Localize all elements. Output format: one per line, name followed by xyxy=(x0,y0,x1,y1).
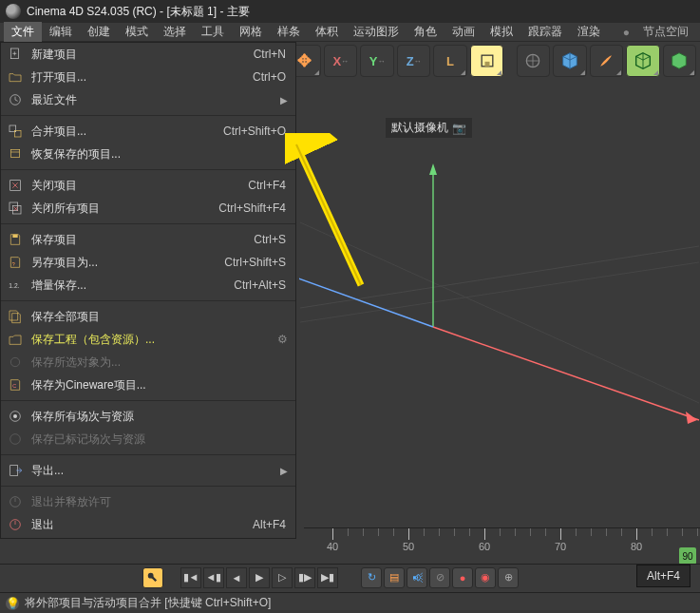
menu-item-label: 保存为Cineware项目... xyxy=(31,377,290,393)
menu-item-label: 保存工程（包含资源）... xyxy=(31,332,270,348)
svg-line-3 xyxy=(300,246,699,308)
file-menu-item-22[interactable]: 导出...▶ xyxy=(1,459,295,482)
file-menu-item-4[interactable]: 合并项目...Ctrl+Shift+O xyxy=(1,120,295,143)
file-menu-item-5[interactable]: 恢复保存的项目... xyxy=(1,143,295,165)
step-forward-button[interactable]: ▷ xyxy=(272,567,293,588)
autokey-toggle-button[interactable]: ◉ xyxy=(475,567,496,588)
record-button[interactable]: ● xyxy=(452,567,473,588)
file-menu-item-24[interactable]: 退出并释放许可 xyxy=(1,490,295,513)
svg-marker-7 xyxy=(429,163,437,175)
file-menu-item-0[interactable]: 新建项目Ctrl+N xyxy=(1,43,295,66)
svg-rect-17 xyxy=(10,149,19,157)
file-menu-item-2[interactable]: 最近文件▶ xyxy=(1,88,295,111)
doc-plus-icon xyxy=(7,46,24,63)
key-autokey-button[interactable] xyxy=(142,567,163,588)
axis-l-button[interactable]: L xyxy=(433,45,466,77)
file-menu-item-1[interactable]: 打开项目...Ctrl+O xyxy=(1,66,295,88)
go-prevkey-button[interactable]: ◄▮ xyxy=(203,567,224,588)
menu-item-0[interactable]: 文件 xyxy=(4,22,42,42)
object-tool-button[interactable] xyxy=(626,45,659,77)
menu-item-10[interactable]: 角色 xyxy=(407,22,445,42)
disable-button[interactable]: ⊘ xyxy=(429,567,450,588)
quit-icon xyxy=(7,516,24,533)
menu-shortcut: Ctrl+Shift+S xyxy=(224,256,290,269)
menu-item-7[interactable]: 样条 xyxy=(270,22,308,42)
menu-item-label: 恢复保存的项目... xyxy=(31,146,290,163)
menu-shortcut: Ctrl+S xyxy=(254,233,290,246)
svg-text:C: C xyxy=(12,383,16,389)
file-menu-item-8[interactable]: 关闭所有项目Ctrl+Shift+F4 xyxy=(1,197,295,220)
menu-item-5[interactable]: 工具 xyxy=(194,22,232,42)
axis-y-button[interactable]: Y↔ xyxy=(360,45,393,77)
save-inc-icon: 1.2. xyxy=(7,277,24,294)
menu-item-label: 退出 xyxy=(31,517,245,533)
menu-separator xyxy=(1,300,295,301)
menu-item-6[interactable]: 网格 xyxy=(232,22,270,42)
svg-line-4 xyxy=(300,262,699,322)
file-menu-item-10[interactable]: 保存项目Ctrl+S xyxy=(1,228,295,251)
menu-shortcut: Ctrl+Shift+F4 xyxy=(218,201,290,215)
menu-item-12[interactable]: 模拟 xyxy=(482,22,520,42)
play-button[interactable]: ▶ xyxy=(249,567,270,588)
menu-item-9[interactable]: 运动图形 xyxy=(346,22,407,42)
ruler-tick-major xyxy=(332,528,333,540)
go-start-button[interactable]: ▮◄ xyxy=(180,567,201,588)
gear-icon[interactable]: ⚙ xyxy=(277,333,290,346)
coord-mode-button[interactable] xyxy=(470,45,503,77)
timeline-ruler[interactable]: 4050607080 90 xyxy=(304,527,700,551)
axis-x-button[interactable]: X↔ xyxy=(324,45,357,77)
svg-rect-15 xyxy=(9,125,16,132)
keyselect-button[interactable]: ⊕ xyxy=(498,567,519,588)
file-menu-item-17[interactable]: C保存为Cineware项目... xyxy=(1,374,295,396)
menu-item-nodespace[interactable]: 节点空间 xyxy=(635,22,696,42)
file-menu-item-12[interactable]: 1.2.增量保存...Ctrl+Alt+S xyxy=(1,274,295,297)
file-menu-item-15[interactable]: 保存工程（包含资源）...⚙ xyxy=(1,328,295,351)
status-bar: 💡 将外部项目与活动项目合并 [快捷键 Ctrl+Shift+O] xyxy=(0,592,700,613)
viewport[interactable]: 默认摄像机 📷 xyxy=(299,80,700,536)
loop-button[interactable]: ↻ xyxy=(361,567,382,588)
file-menu-item-7[interactable]: 关闭项目Ctrl+F4 xyxy=(1,174,295,197)
sound-button[interactable]: 🕬 xyxy=(407,567,427,588)
menu-item-4[interactable]: 选择 xyxy=(156,22,194,42)
file-menu-item-19[interactable]: 保存所有场次与资源 xyxy=(1,405,295,428)
file-menu-item-11[interactable]: ?另存项目为...Ctrl+Shift+S xyxy=(1,251,295,274)
menu-item-label: 另存项目为... xyxy=(31,255,217,271)
menu-item-8[interactable]: 体积 xyxy=(308,22,346,42)
menu-item-13[interactable]: 跟踪器 xyxy=(520,22,570,42)
menu-item-3[interactable]: 模式 xyxy=(118,22,156,42)
menu-item-label: 导出... xyxy=(31,463,273,479)
cube-tool-button[interactable] xyxy=(553,45,586,77)
menu-item-label: 保存全部项目 xyxy=(31,309,290,325)
deformer-tool-button[interactable] xyxy=(663,45,696,77)
window-title: Cinema 4D S24.035 (RC) - [未标题 1] - 主要 xyxy=(27,4,250,20)
merge-icon xyxy=(7,123,24,140)
close-icon xyxy=(7,177,24,194)
svg-text:?: ? xyxy=(12,261,15,267)
menu-item-2[interactable]: 创建 xyxy=(80,22,118,42)
timeline-cursor[interactable]: 90 xyxy=(679,547,696,565)
menu-item-14[interactable]: 渲染 xyxy=(570,22,608,42)
axis-z-button[interactable]: Z↔ xyxy=(397,45,430,77)
menu-item-label: 关闭所有项目 xyxy=(31,201,211,217)
svg-line-9 xyxy=(433,327,699,420)
menu-item-label: 增量保存... xyxy=(31,278,226,294)
submenu-arrow-icon: ▶ xyxy=(280,95,290,105)
go-nextkey-button[interactable]: ▮▶ xyxy=(294,567,315,588)
ruler-label: 80 xyxy=(631,541,642,552)
status-text: 将外部项目与活动项目合并 [快捷键 Ctrl+Shift+O] xyxy=(25,595,271,611)
viewport-camera-label[interactable]: 默认摄像机 📷 xyxy=(386,118,472,138)
step-back-button[interactable]: ◄ xyxy=(226,567,247,588)
file-menu-item-14[interactable]: 保存全部项目 xyxy=(1,305,295,328)
menu-item-11[interactable]: 动画 xyxy=(445,22,482,42)
svg-point-27 xyxy=(13,414,17,418)
ruler-tick-major xyxy=(484,528,485,540)
save-cineware-icon: C xyxy=(7,376,24,393)
svg-line-8 xyxy=(299,259,433,327)
fcurve-button[interactable]: ▤ xyxy=(384,567,405,588)
go-end-button[interactable]: ▶▮ xyxy=(317,567,338,588)
file-menu-item-25[interactable]: 退出Alt+F4 xyxy=(1,513,295,536)
menu-item-1[interactable]: 编辑 xyxy=(42,22,80,42)
menu-shortcut: Ctrl+Alt+S xyxy=(234,278,290,292)
world-mode-button[interactable] xyxy=(517,45,550,77)
brush-tool-button[interactable] xyxy=(590,45,623,77)
